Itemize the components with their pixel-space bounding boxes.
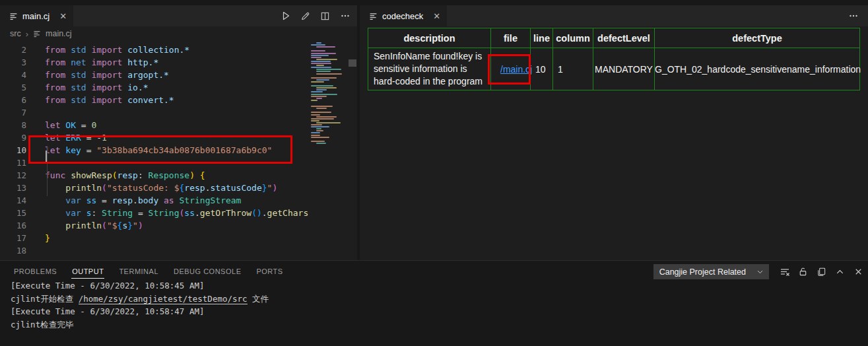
minimap-line [311,61,331,62]
close-icon[interactable]: ✕ [59,12,67,20]
column-header-defectLevel: defectLevel [593,28,655,48]
output-line: cjlint检查完毕 [11,318,269,331]
column-header-line: line [531,28,553,48]
minimap-line [311,135,320,136]
panel-controls: Cangjie Project Related [653,264,864,279]
minimap-line [316,59,337,60]
output-channel-select[interactable]: Cangjie Project Related [653,264,769,279]
line-number: 18 [0,244,26,257]
line-number: 3 [0,56,26,69]
cell-file: /main.cj [491,48,531,90]
text-cursor [46,151,47,162]
minimap-line [311,94,337,95]
minimap-line [311,137,329,138]
panel-tab-terminal[interactable]: TERMINAL [118,263,159,278]
line-number: 13 [0,182,26,194]
code-line[interactable]: 16 println("${s}") [0,219,308,232]
minimap[interactable] [310,42,347,258]
cell-level: MANDATORY [593,48,655,90]
code-line[interactable]: 18 [0,244,308,257]
output-line: [Execute Time - 6/30/2022, 10:58:47 AM] [11,305,269,318]
editor-group-right: codecheck ✕ descriptionfilelinecolumndef… [360,5,868,260]
editor-scrollbar[interactable] [348,41,357,260]
column-header-file: file [491,28,531,48]
scrollbar-thumb[interactable] [349,59,356,67]
breadcrumb-file[interactable]: main.cj [46,29,72,38]
indent-guide [47,146,48,196]
output-log: [Execute Time - 6/30/2022, 10:58:45 AM]c… [11,279,269,331]
minimap-line [316,122,341,123]
panel-tab-debug-console[interactable]: DEBUG CONSOLE [173,263,242,278]
close-panel-icon[interactable] [853,266,864,277]
minimap-line [316,73,342,75]
panel-tab-problems[interactable]: PROBLEMS [13,263,57,278]
clear-output-icon[interactable] [779,266,790,277]
line-number: 16 [0,219,26,232]
split-editor-icon[interactable] [319,11,331,22]
output-path-link[interactable]: /home/zsy/cangjietest/testDemo/src [79,294,248,304]
unlock-icon[interactable] [797,266,809,277]
chevron-right-icon: › [26,29,28,39]
code-line[interactable]: 17} [0,232,308,244]
code-line[interactable]: 4from std import argopt.* [0,69,308,81]
minimap-line [316,46,335,48]
table-row: SenInfoName found!key is sensitive infor… [368,48,860,90]
minimap-line [316,89,327,90]
more-actions-icon[interactable] [848,5,859,26]
minimap-line [311,114,320,116]
chevron-up-icon[interactable] [834,266,846,277]
code-line[interactable]: 8let OK = 0 [0,119,308,131]
line-number: 5 [0,81,26,94]
minimap-line [311,126,329,127]
minimap-line [311,141,325,142]
run-icon[interactable] [280,11,291,22]
minimap-line [316,98,322,99]
line-number: 6 [0,94,26,106]
minimap-line [311,63,331,64]
tab-codecheck[interactable]: codecheck ✕ [360,5,447,26]
minimap-line [316,108,327,109]
code-line[interactable]: 7 [0,106,308,119]
minimap-line [311,132,320,133]
file-lines-icon [33,30,41,38]
defect-table-body: SenInfoName found!key is sensitive infor… [368,48,860,90]
editor-actions [280,5,351,26]
line-number: 15 [0,207,26,219]
minimap-line [316,79,329,81]
line-number: 8 [0,119,26,131]
edit-icon[interactable] [300,11,311,22]
minimap-line [311,100,317,101]
minimap-line [311,55,329,56]
close-icon[interactable]: ✕ [433,12,440,20]
file-link[interactable]: /main.cj [500,64,532,75]
minimap-line [316,130,323,131]
minimap-line [311,124,322,125]
editor-group-left: main.cj ✕ src › [0,5,357,260]
tab-main-cj[interactable]: main.cj ✕ [0,5,73,26]
panel-tabs: PROBLEMSOUTPUTTERMINALDEBUG CONSOLEPORTS [13,261,284,281]
minimap-line [311,81,324,83]
open-output-in-editor-icon[interactable] [816,266,827,277]
code-line[interactable]: 3from net import http.* [0,56,308,69]
column-header-description: description [368,28,491,48]
minimap-line [316,42,321,44]
panel-tab-output[interactable]: OUTPUT [71,263,104,279]
more-actions-icon[interactable] [339,11,351,22]
minimap-line [311,120,319,121]
code-line[interactable]: 6from std import convert.* [0,94,308,106]
code-line[interactable]: 15 var s: String = String(ss.getOrThrow(… [0,207,308,219]
cell-col: 1 [553,48,593,90]
line-number: 11 [0,156,26,169]
breadcrumb-folder[interactable]: src [10,29,21,38]
code-line[interactable]: 9let ERR = -1 [0,131,308,144]
minimap-line [311,57,321,58]
code-line[interactable]: 5from std import io.* [0,81,308,94]
code-line[interactable]: 2from std import collection.* [0,44,308,56]
right-tabbar: codecheck ✕ [360,5,868,26]
tab-label: main.cj [22,11,50,21]
line-number: 12 [0,169,26,182]
panel-tab-ports[interactable]: PORTS [255,263,283,278]
minimap-line [311,85,333,86]
minimap-line [311,50,325,52]
minimap-line [311,77,337,79]
